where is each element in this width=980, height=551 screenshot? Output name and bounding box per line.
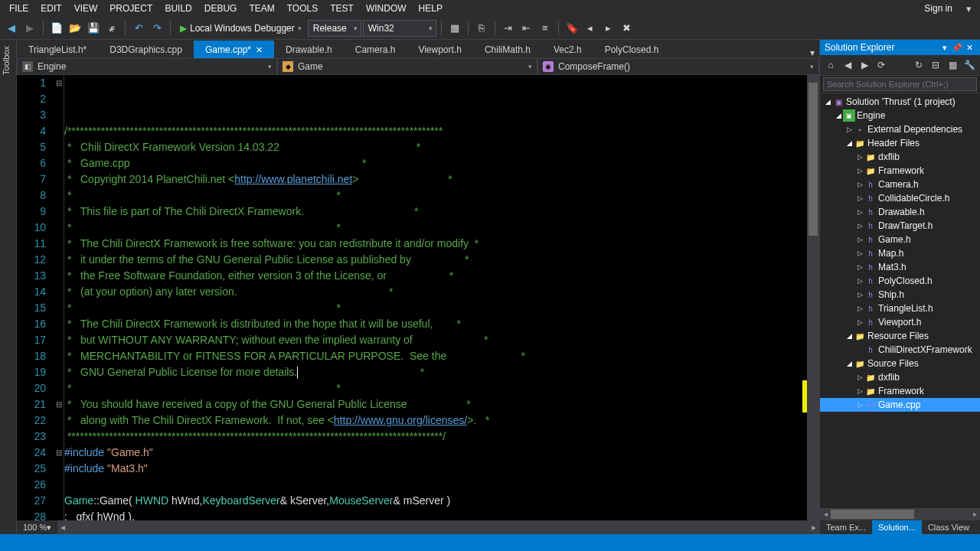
menu-team[interactable]: TEAM [243,2,280,15]
solution-tree[interactable]: ▣Solution 'Thrust' (1 project)▣Engine▪Ex… [820,93,980,508]
home-icon[interactable]: ⌂ [823,57,838,73]
search-input[interactable] [823,77,977,91]
member-dropdown[interactable]: ◉ ComposeFrame() [537,59,819,75]
menu-project[interactable]: PROJECT [103,2,158,15]
tree-item-resourcefiles[interactable]: 📁Resource Files [820,329,980,343]
menu-view[interactable]: VIEW [68,2,104,15]
class-dropdown[interactable]: ◆ Game [277,59,537,75]
tree-item-polyclosedh[interactable]: hPolyClosed.h [820,274,980,288]
tree-item-shiph[interactable]: hShip.h [820,288,980,302]
menu-file[interactable]: FILE [3,2,34,15]
tree-item-gameh[interactable]: hGame.h [820,233,980,246]
sync-icon[interactable]: ⟳ [874,57,889,73]
hscroll-right-icon[interactable]: ▸ [808,522,819,533]
properties-icon[interactable]: 🔧 [962,57,977,73]
panel-tab-1[interactable]: Solution... [872,520,922,534]
bookmark-icon[interactable]: 🔖 [564,20,580,37]
open-icon[interactable]: 📂 [67,20,83,37]
ref-icon: ▪ [854,123,866,135]
menu-debug[interactable]: DEBUG [198,2,243,15]
menu-window[interactable]: WINDOW [360,2,413,15]
tree-item-maph[interactable]: hMap.h [820,246,980,260]
platform-select[interactable]: Win32 [363,20,436,37]
code-editor[interactable]: 1234567891011121314151617181920212223242… [17,75,819,520]
hfile-icon: h [864,206,877,218]
panel-tab-0[interactable]: Team Ex... [820,520,872,534]
hfile-icon: h [864,192,877,204]
panel-pin-icon[interactable]: 📌 [951,43,963,53]
tab-vec2h[interactable]: Vec2.h [542,41,593,58]
tree-item-camerah[interactable]: hCamera.h [820,178,980,191]
tree-item-chilidirectxframework[interactable]: hChiliDirectXFramework [820,343,980,357]
menu-edit[interactable]: EDIT [34,2,67,15]
save-all-icon[interactable]: ⸙ [103,20,120,37]
panel-close-icon[interactable]: ✕ [963,43,975,53]
tabs-overflow-icon[interactable]: ▾ [805,47,819,58]
start-debug-button[interactable]: ▶ Local Windows Debugger ▾ [175,23,306,34]
horizontal-scrollbar[interactable] [79,522,798,533]
tree-item-gamecpp[interactable]: ++Game.cpp [820,398,980,412]
undo-icon[interactable]: ↶ [130,20,147,37]
tree-item-headerfiles[interactable]: 📁Header Files [820,136,980,150]
tree-item-mat3h[interactable]: hMat3.h [820,260,980,274]
hscroll-left-icon[interactable]: ◂ [57,522,68,533]
redo-icon[interactable]: ↷ [149,20,165,37]
tab-viewporth[interactable]: Viewport.h [407,41,472,58]
tab-gamecpp[interactable]: Game.cpp*✕ [194,41,274,58]
tree-item-drawableh[interactable]: hDrawable.h [820,205,980,219]
zoom-level[interactable]: 100 % ▾ [17,520,57,534]
menu-build[interactable]: BUILD [158,2,198,15]
toolbar-btn-2[interactable]: ⎘ [473,20,490,37]
tree-item-trianglelisth[interactable]: hTriangleList.h [820,302,980,315]
bookmark-clear-icon[interactable]: ✖ [619,20,635,37]
menu-help[interactable]: HELP [413,2,449,15]
tree-item-viewporth[interactable]: hViewport.h [820,315,980,329]
bookmark-prev-icon[interactable]: ◂ [582,20,599,37]
tree-item-sourcefiles[interactable]: 📁Source Files [820,357,980,370]
refresh-icon[interactable]: ↻ [911,57,926,73]
tree-item-engine[interactable]: ▣Engine [820,109,980,122]
tree-item-drawtargeth[interactable]: hDrawTarget.h [820,219,980,233]
bookmark-next-icon[interactable]: ▸ [600,20,617,37]
tree-item-externaldependencies[interactable]: ▪External Dependencies [820,122,980,136]
signin-dropdown-icon[interactable]: ▾ [960,0,977,17]
toolbox-tab[interactable]: Toolbox [0,40,12,81]
config-select[interactable]: Release [308,20,361,37]
toolbar-btn-1[interactable]: ▦ [446,20,463,37]
tree-item-collidablecircleh[interactable]: hCollidableCircle.h [820,191,980,205]
nav-back-icon[interactable]: ◀ [3,20,20,37]
vertical-scrollbar[interactable] [807,75,819,520]
tab-polyclosedh[interactable]: PolyClosed.h [593,41,671,58]
panel-title: Solution Explorer [825,42,894,53]
tree-item-dxflib[interactable]: 📁dxflib [820,150,980,164]
menu-bar: FILEEDITVIEWPROJECTBUILDDEBUGTEAMTOOLSTE… [0,0,980,17]
comment-icon[interactable]: ≡ [537,20,554,37]
back-icon[interactable]: ◀ [840,57,855,73]
menu-test[interactable]: TEST [324,2,360,15]
debugger-label: Local Windows Debugger [190,23,295,34]
scope-dropdown[interactable]: ◧ Engine [17,59,277,75]
collapse-icon[interactable]: ⊟ [928,57,943,73]
fwd-icon[interactable]: ▶ [857,57,872,73]
tab-d3dgraphicscpp[interactable]: D3DGraphics.cpp [98,41,194,58]
scope-icon: ◧ [22,61,33,72]
tab-camerah[interactable]: Camera.h [344,41,407,58]
tree-item-dxflib[interactable]: 📁dxflib [820,370,980,384]
tree-item-framework[interactable]: 📁Framework [820,384,980,398]
tab-trianglelisth[interactable]: TriangleList.h* [17,41,98,58]
sign-in-link[interactable]: Sign in [916,2,960,15]
indent-less-icon[interactable]: ⇥ [500,20,517,37]
menu-tools[interactable]: TOOLS [281,2,324,15]
indent-more-icon[interactable]: ⇤ [518,20,535,37]
show-all-icon[interactable]: ▦ [945,57,960,73]
new-project-icon[interactable]: 📄 [48,20,65,37]
panel-dropdown-icon[interactable]: ▾ [939,43,951,53]
tab-drawableh[interactable]: Drawable.h [274,41,344,58]
close-icon[interactable]: ✕ [256,45,263,54]
panel-hscroll[interactable]: ◂▸ [820,508,980,520]
tab-chilimathh[interactable]: ChiliMath.h [473,41,542,58]
panel-tab-2[interactable]: Class View [922,520,975,534]
save-icon[interactable]: 💾 [85,20,102,37]
tree-item-framework[interactable]: 📁Framework [820,164,980,178]
tree-item-solutionthrust1project[interactable]: ▣Solution 'Thrust' (1 project) [820,95,980,109]
